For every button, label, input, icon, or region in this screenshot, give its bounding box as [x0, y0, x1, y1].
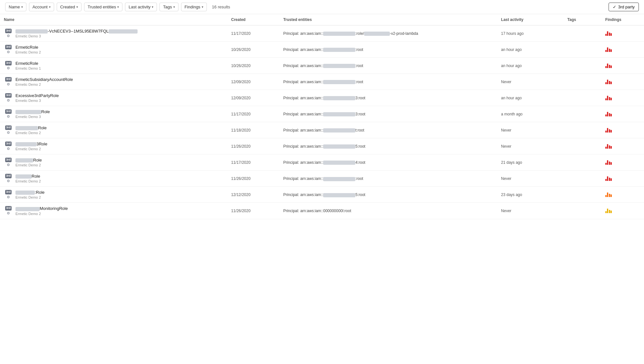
filter-tags-chevron: ▾ — [173, 5, 175, 9]
trusted-cell: Principal: arn:aws:iam:::role/-v2-prod-l… — [279, 25, 497, 42]
account-name: Ermetic Demo 2 — [15, 147, 47, 151]
filter-activity-button[interactable]: Last activity ▾ — [125, 3, 157, 11]
role-name[interactable]: ErmeticSubsidiaryAccountRole — [15, 77, 73, 82]
col-header-tags: Tags — [563, 14, 601, 25]
col-header-created: Created — [227, 14, 280, 25]
table-row[interactable]: 3rd⚙ErmeticRoleErmetic Demo 110/26/2020P… — [0, 58, 644, 74]
findings-bar-chart — [605, 94, 612, 100]
table-row[interactable]: 3rd⚙ErmeticRoleErmetic Demo 210/26/2020P… — [0, 42, 644, 58]
tags-cell — [563, 74, 601, 90]
last-activity-cell: Never — [497, 138, 563, 154]
name-cell-9[interactable]: 3rd⚙RoleErmetic Demo 2 — [0, 171, 227, 187]
created-cell: 11/17/2020 — [227, 25, 280, 42]
badge-icon-group: 3rd⚙ — [4, 109, 13, 119]
col-header-trusted: Trusted entities — [279, 14, 497, 25]
findings-bar-chart — [605, 191, 612, 197]
account-name: Ermetic Demo 2 — [15, 163, 42, 167]
tags-cell — [563, 187, 601, 203]
active-filter-3rdparty-button[interactable]: ✓ 3rd party — [609, 3, 639, 11]
filter-trusted-button[interactable]: Trusted entities ▾ — [84, 3, 122, 11]
filter-activity-chevron: ▾ — [152, 5, 153, 9]
filter-trusted-label: Trusted entities — [88, 5, 116, 9]
name-cell-3[interactable]: 3rd⚙ErmeticSubsidiaryAccountRoleErmetic … — [0, 74, 227, 90]
filter-tags-button[interactable]: Tags ▾ — [159, 3, 178, 11]
name-cell-0[interactable]: 3rd⚙-VcNECEV3--1MSL95E8W7FQLErmetic Demo… — [0, 25, 227, 42]
findings-bar-chart — [605, 62, 612, 68]
findings-cell[interactable] — [601, 203, 644, 219]
role-name[interactable]: Role — [15, 158, 42, 162]
role-name[interactable]: Role — [15, 174, 41, 179]
col-header-findings: Findings — [601, 14, 644, 25]
badge-3rd: 3rd — [5, 77, 12, 82]
name-cell-5[interactable]: 3rd⚙RoleErmetic Demo 3 — [0, 106, 227, 122]
filter-findings-button[interactable]: Findings ▾ — [181, 3, 207, 11]
table-row[interactable]: 3rd⚙RoleErmetic Demo 211/26/2020Principa… — [0, 171, 644, 187]
filter-created-button[interactable]: Created ▾ — [57, 3, 82, 11]
findings-cell[interactable] — [601, 42, 644, 58]
table-row[interactable]: 3rd⚙RoleErmetic Demo 311/17/2020Principa… — [0, 106, 644, 122]
findings-cell[interactable] — [601, 58, 644, 74]
findings-cell[interactable] — [601, 106, 644, 122]
name-cell-4[interactable]: 3rd⚙Excessive3rdPartyRoleErmetic Demo 3 — [0, 90, 227, 106]
badge-icon-group: 3rd⚙ — [4, 206, 13, 215]
filter-name-button[interactable]: Name ▾ — [5, 3, 26, 11]
badge-3rd: 3rd — [5, 158, 12, 162]
name-cell-10[interactable]: 3rd⚙:RoleErmetic Demo 2 — [0, 187, 227, 203]
filter-name-chevron: ▾ — [21, 5, 23, 9]
gear-icon: ⚙ — [7, 163, 10, 167]
table-row[interactable]: 3rd⚙3RoleErmetic Demo 211/26/2020Princip… — [0, 138, 644, 154]
role-name[interactable]: Excessive3rdPartyRole — [15, 93, 59, 98]
role-name[interactable]: 3Role — [15, 142, 47, 146]
role-name[interactable]: Role — [15, 125, 47, 130]
gear-icon: ⚙ — [7, 195, 10, 199]
findings-cell[interactable] — [601, 74, 644, 90]
filter-activity-label: Last activity — [129, 5, 150, 9]
role-name[interactable]: -VcNECEV3--1MSL95E8W7FQL — [15, 29, 138, 34]
badge-icon-group: 3rd⚙ — [4, 61, 13, 70]
col-header-name: Name — [0, 14, 227, 25]
account-name: Ermetic Demo 2 — [15, 195, 44, 199]
findings-cell[interactable] — [601, 171, 644, 187]
findings-cell[interactable] — [601, 25, 644, 42]
trusted-cell: Principal: arn:aws:iam::000000000l:root — [279, 203, 497, 219]
table-row[interactable]: 3rd⚙ErmeticSubsidiaryAccountRoleErmetic … — [0, 74, 644, 90]
findings-cell[interactable] — [601, 187, 644, 203]
role-name[interactable]: Role — [15, 109, 50, 114]
findings-cell[interactable] — [601, 154, 644, 171]
role-name[interactable]: ErmeticRole — [15, 45, 41, 50]
role-name[interactable]: ErmeticRole — [15, 61, 41, 66]
findings-bar-chart — [605, 143, 612, 149]
last-activity-cell: an hour ago — [497, 42, 563, 58]
created-cell: 11/18/2020 — [227, 122, 280, 138]
role-name[interactable]: MonitoringRole — [15, 206, 68, 211]
table-row[interactable]: 3rd⚙RoleErmetic Demo 211/17/2020Principa… — [0, 154, 644, 171]
findings-cell[interactable] — [601, 122, 644, 138]
findings-bar-chart — [605, 127, 612, 133]
badge-icon-group: 3rd⚙ — [4, 29, 13, 38]
name-cell-7[interactable]: 3rd⚙3RoleErmetic Demo 2 — [0, 138, 227, 154]
name-cell-11[interactable]: 3rd⚙MonitoringRoleErmetic Demo 2 — [0, 203, 227, 219]
gear-icon: ⚙ — [7, 179, 10, 183]
filter-account-button[interactable]: Account ▾ — [29, 3, 54, 11]
table-row[interactable]: 3rd⚙MonitoringRoleErmetic Demo 211/26/20… — [0, 203, 644, 219]
findings-cell[interactable] — [601, 90, 644, 106]
trusted-cell: Principal: arn:aws:iam::5:root — [279, 138, 497, 154]
last-activity-cell: a month ago — [497, 106, 563, 122]
table-row[interactable]: 3rd⚙:RoleErmetic Demo 212/12/2020Princip… — [0, 187, 644, 203]
table-row[interactable]: 3rd⚙Excessive3rdPartyRoleErmetic Demo 31… — [0, 90, 644, 106]
table-row[interactable]: 3rd⚙RoleErmetic Demo 211/18/2020Principa… — [0, 122, 644, 138]
role-name[interactable]: :Role — [15, 190, 44, 195]
table-row[interactable]: 3rd⚙-VcNECEV3--1MSL95E8W7FQLErmetic Demo… — [0, 25, 644, 42]
account-name: Ermetic Demo 2 — [15, 131, 47, 135]
name-cell-2[interactable]: 3rd⚙ErmeticRoleErmetic Demo 1 — [0, 58, 227, 74]
last-activity-cell: 21 days ago — [497, 154, 563, 171]
gear-icon: ⚙ — [7, 66, 10, 70]
badge-3rd: 3rd — [5, 174, 12, 178]
last-activity-cell: Never — [497, 171, 563, 187]
name-cell-1[interactable]: 3rd⚙ErmeticRoleErmetic Demo 2 — [0, 42, 227, 58]
name-cell-8[interactable]: 3rd⚙RoleErmetic Demo 2 — [0, 154, 227, 171]
gear-icon: ⚙ — [7, 211, 10, 215]
created-cell: 11/26/2020 — [227, 171, 280, 187]
name-cell-6[interactable]: 3rd⚙RoleErmetic Demo 2 — [0, 122, 227, 138]
findings-cell[interactable] — [601, 138, 644, 154]
